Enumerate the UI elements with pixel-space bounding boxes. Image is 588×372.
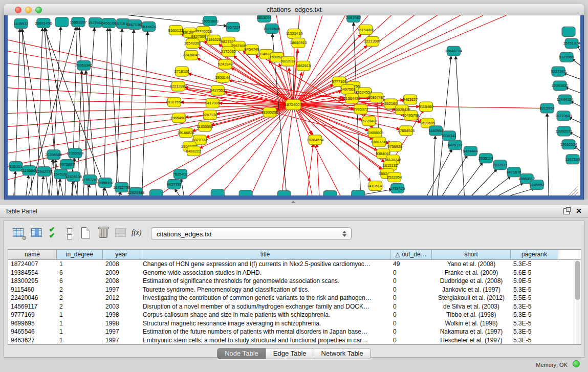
cell-pagerank[interactable]: 5.3E-5 (511, 260, 558, 269)
column-header-out_de[interactable]: △ out_de… (390, 250, 432, 259)
cell-pagerank[interactable]: 5.3E-5 (511, 311, 558, 319)
yellow-node[interactable]: 1862615 (296, 61, 311, 71)
teal-node[interactable]: 8813054 (257, 15, 272, 22)
cell-name[interactable]: 19384554 (8, 269, 57, 277)
split-divider[interactable] (0, 200, 588, 205)
yellow-node[interactable]: 8498222 (186, 146, 201, 156)
teal-node[interactable]: 7625402 (173, 169, 188, 179)
yellow-node[interactable]: 15720407 (360, 116, 377, 126)
cell-in_degree[interactable]: 2 (57, 286, 103, 294)
cell-out_de[interactable]: 0 (390, 319, 432, 328)
table-row[interactable]: 1872400712008Changes of HCN gene express… (8, 260, 574, 269)
teal-node[interactable]: 19958107 (97, 178, 114, 188)
teal-node[interactable] (150, 190, 163, 195)
cell-short[interactable]: Hescheler et al. (1997) (432, 336, 511, 345)
cell-short[interactable]: Tibbo et al. (1998) (432, 311, 511, 319)
cell-year[interactable]: 1997 (103, 336, 140, 345)
yellow-node[interactable]: 18300295 (261, 107, 278, 117)
teal-node[interactable]: 12444154 (556, 95, 573, 104)
yellow-node[interactable]: 10688609 (366, 128, 383, 138)
cell-short[interactable]: de Silva et al. (2003) (432, 302, 511, 311)
teal-node[interactable]: 17016504 (560, 140, 577, 149)
yellow-node[interactable]: 8427552 (210, 85, 225, 95)
function-builder-button[interactable]: f(x) (132, 226, 146, 240)
teal-node[interactable]: 12093832 (551, 81, 568, 91)
teal-node[interactable] (352, 190, 365, 195)
column-header-short[interactable]: short (432, 250, 511, 259)
cell-out_de[interactable]: 49 (390, 260, 432, 269)
teal-node[interactable]: 15751074 (563, 38, 580, 48)
cell-title[interactable]: Disruption of a novel member of a sodium… (140, 302, 390, 311)
teal-node[interactable]: 2087682 (346, 15, 361, 22)
teal-node[interactable]: 9338341 (442, 131, 456, 141)
cell-short[interactable]: Nakamura et al. (1997) (432, 327, 511, 336)
cell-pagerank[interactable]: 5.9E-5 (511, 277, 558, 286)
yellow-node[interactable]: 12213382 (170, 81, 187, 91)
cell-in_degree[interactable]: 1 (57, 336, 103, 345)
teal-node[interactable] (562, 27, 575, 36)
column-header-year[interactable]: year (103, 250, 140, 259)
cell-name[interactable]: 22420046 (8, 294, 57, 302)
teal-node[interactable]: 9457791 (167, 180, 182, 189)
tab-node-table[interactable]: Node Table (217, 348, 266, 359)
cell-short[interactable]: Wolkin et al. (1998) (432, 319, 511, 328)
cell-name[interactable]: 9463627 (8, 336, 57, 345)
cell-title[interactable]: Corpus callosum shape and size in male p… (140, 311, 390, 319)
split-handle-icon[interactable] (291, 201, 295, 203)
teal-node[interactable]: 12942737 (35, 167, 52, 177)
teal-node[interactable]: 9245652 (530, 180, 545, 190)
yellow-node[interactable]: 18724007 (285, 100, 301, 110)
yellow-node[interactable]: 12213987 (364, 36, 381, 46)
teal-node[interactable]: 17359924 (67, 148, 83, 158)
cell-year[interactable]: 1998 (103, 311, 140, 319)
cell-title[interactable]: Genome-wide association studies in ADHD. (140, 269, 390, 277)
teal-node[interactable] (323, 191, 337, 195)
teal-node[interactable]: 1733426 (390, 184, 405, 193)
yellow-node[interactable]: 11325419 (286, 29, 303, 38)
table-row[interactable]: 911546021997Tourette syndrome. Phenomeno… (8, 286, 574, 294)
yellow-node[interactable]: 9417006 (205, 98, 220, 108)
yellow-node[interactable]: 18640910 (290, 38, 307, 48)
yellow-node[interactable]: 22420046 (183, 50, 200, 60)
yellow-node[interactable]: 18807243 (371, 137, 387, 147)
yellow-node[interactable]: 2718126 (175, 67, 189, 76)
column-header-name[interactable]: name (8, 250, 57, 259)
yellow-node[interactable]: 16543392 (184, 38, 201, 48)
yellow-node[interactable]: 2803144 (215, 73, 230, 82)
cell-pagerank[interactable]: 5.6E-5 (511, 269, 558, 277)
teal-node[interactable]: 7632621 (493, 160, 508, 170)
yellow-node[interactable]: 14135141 (367, 181, 384, 191)
table-row[interactable]: 977716911998Corpus callosum shape and si… (8, 311, 574, 319)
cell-name[interactable]: 9465546 (8, 327, 57, 336)
cell-name[interactable]: 14569117 (8, 302, 57, 311)
cell-name[interactable]: 9699695 (8, 319, 57, 328)
teal-node[interactable]: 13992071 (555, 126, 572, 136)
cell-name[interactable]: 18300295 (8, 277, 57, 286)
cell-year[interactable]: 2009 (103, 269, 140, 277)
yellow-node[interactable]: 9242848 (218, 59, 233, 69)
column-header-title[interactable]: title (140, 250, 390, 259)
cell-pagerank[interactable]: 5.5E-5 (511, 294, 558, 302)
cell-year[interactable]: 2008 (103, 277, 140, 286)
yellow-node[interactable]: 9822037 (280, 56, 295, 66)
cell-pagerank[interactable]: 5.3E-5 (511, 302, 558, 311)
table-settings-button[interactable]: ⚙ (12, 226, 26, 240)
cell-in_degree[interactable]: 6 (57, 277, 103, 286)
cell-year[interactable]: 1997 (103, 286, 140, 294)
yellow-node[interactable]: 2522954 (387, 172, 402, 182)
cell-short[interactable]: Jankovic et al. (1997) (432, 286, 511, 294)
yellow-node[interactable]: 16495798 (402, 111, 419, 120)
yellow-node[interactable]: 10807487 (368, 93, 385, 102)
cell-pagerank[interactable]: 5.3E-5 (511, 327, 558, 336)
teal-node[interactable]: 19218506 (263, 24, 280, 33)
cell-in_degree[interactable]: 6 (57, 269, 103, 277)
show-columns-button[interactable] (30, 226, 45, 240)
cell-out_de[interactable]: 0 (390, 302, 432, 311)
cell-in_degree[interactable]: 1 (57, 319, 103, 328)
cell-out_de[interactable]: 0 (390, 269, 432, 277)
yellow-node[interactable]: 21364436 (343, 94, 360, 103)
yellow-node[interactable]: 19384554 (307, 135, 323, 145)
yellow-node[interactable]: 9463627 (403, 95, 418, 104)
cell-title[interactable]: Estimation of the future numbers of pati… (140, 327, 390, 336)
teal-node[interactable] (239, 190, 252, 195)
